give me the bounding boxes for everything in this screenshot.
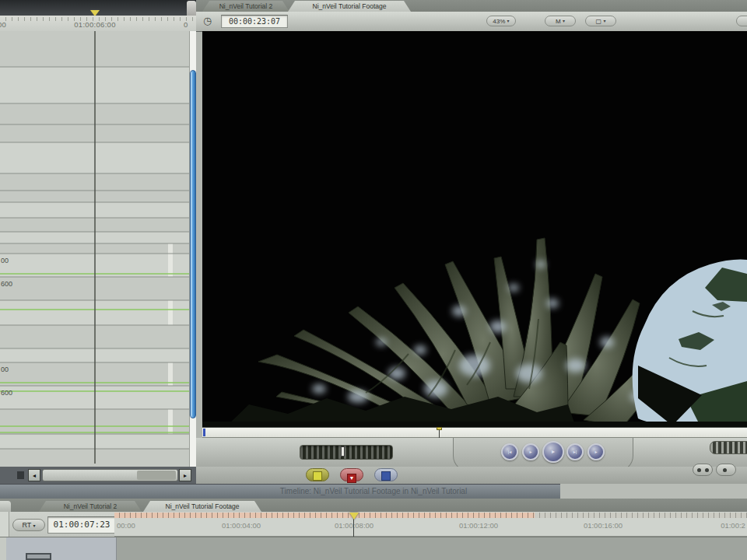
shuttle-marker[interactable] xyxy=(341,446,345,457)
timeline-playhead-marker[interactable] xyxy=(349,513,359,520)
timeline-ruler-label: 01:00:04:00 xyxy=(222,521,261,530)
viewer-ruler-label-center: 01:00:06:00 xyxy=(74,20,116,29)
keyframe-graph-area[interactable]: 0060000600 xyxy=(0,31,189,467)
timeline-ruler-label: 01:00:2 xyxy=(721,521,745,530)
canvas-tab-tutorial2[interactable]: Ni_nVeil Tutorial 2 xyxy=(202,1,289,12)
viewer-vertical-scrollbar-thumb[interactable] xyxy=(190,70,196,418)
application-window: 00 01:00:06:00 0 xyxy=(0,0,747,560)
timeline-timecode-field[interactable]: 01:00:07:23 xyxy=(47,516,116,534)
view-popup[interactable]: M ▾ xyxy=(545,16,576,26)
zoom-level-popup[interactable]: 43% ▾ xyxy=(486,16,516,26)
scroll-left-icon[interactable]: ◂ xyxy=(28,469,40,481)
timeline-window-titlebar[interactable]: Timeline: Ni_nVeil Tutorial Footage in N… xyxy=(0,484,560,499)
jog-wheel[interactable] xyxy=(710,441,747,454)
canvas-scrubber-bar[interactable] xyxy=(202,427,747,438)
scroll-right-icon[interactable]: ▸ xyxy=(179,469,191,481)
viewer-horizontal-scrollbar-notch[interactable] xyxy=(137,471,176,480)
duration-clock-icon: ◷ xyxy=(203,15,215,26)
overwrite-arrow-icon: ▼ xyxy=(347,474,356,483)
timeline-ruler-label: 00:00 xyxy=(117,521,135,530)
viewer-keyframe-panel: 00 01:00:06:00 0 xyxy=(0,0,196,484)
timeline-tab-tutorial2[interactable]: Ni_nVeil Tutorial 2 xyxy=(39,501,142,512)
shuttle-control[interactable] xyxy=(300,445,393,460)
keyframe-value-label: 00 xyxy=(1,366,9,373)
keyframe-value-label: 00 xyxy=(1,257,9,264)
canvas-tab-footage[interactable]: Ni_nVeil Tutorial Footage xyxy=(288,1,411,12)
scrubber-in-point-marker[interactable] xyxy=(203,429,205,436)
replace-icon xyxy=(381,471,391,481)
canvas-tab-bar: Ni_nVeil Tutorial 2 Ni_nVeil Tutorial Fo… xyxy=(196,0,747,12)
popup-arrow-icon: ▾ xyxy=(603,19,605,23)
timeline-tab-footage[interactable]: Ni_nVeil Tutorial Footage xyxy=(143,501,261,512)
insert-edit-button[interactable] xyxy=(306,468,329,481)
next-edit-button[interactable]: ▸| xyxy=(566,443,584,460)
play-in-to-out-button[interactable]: ▸ xyxy=(522,443,539,460)
viewer-ruler-label-right: 0 xyxy=(184,20,188,29)
render-status-bar-empty xyxy=(535,513,747,518)
canvas-toolbar: ◷ 00:00:23:07 43% ▾ M ▾ ▢ ▾ xyxy=(196,12,747,32)
insert-icon xyxy=(313,471,322,481)
keyframe-value-label: 600 xyxy=(1,389,12,397)
timeline-tab-bar: Ni_nVeil Tutorial 2 Ni_nVeil Tutorial Fo… xyxy=(0,499,747,512)
popup-arrow-icon: ▾ xyxy=(507,19,510,23)
video-frame[interactable] xyxy=(202,31,747,427)
timeline-window: Ni_nVeil Tutorial 2 Ni_nVeil Tutorial Fo… xyxy=(0,499,747,560)
clipped-popup[interactable] xyxy=(736,16,747,26)
timeline-track-edge xyxy=(0,537,6,560)
timeline-window-title: Timeline: Ni_nVeil Tutorial Footage in N… xyxy=(280,487,467,495)
timeline-ruler-label: 01:00:16:00 xyxy=(584,521,622,530)
scrubber-playhead-nub[interactable] xyxy=(437,427,442,430)
canvas-lower-bar xyxy=(196,467,747,484)
replace-edit-button[interactable] xyxy=(374,468,398,481)
timeline-track-control[interactable] xyxy=(26,553,51,560)
channel-popup[interactable]: ▢ ▾ xyxy=(585,16,616,26)
timeline-ruler-label: 01:00:08:00 xyxy=(335,521,374,530)
realtime-popup-button[interactable]: RT ▾ xyxy=(12,519,45,531)
popup-arrow-icon: ▾ xyxy=(563,19,565,23)
keyframe-graph-grid xyxy=(0,31,189,467)
loop-playback-button[interactable]: ▸ xyxy=(587,443,605,460)
timeline-tab-scroll[interactable] xyxy=(0,501,11,512)
canvas-window: Ni_nVeil Tutorial 2 Ni_nVeil Tutorial Fo… xyxy=(196,0,747,484)
mark-in-button[interactable] xyxy=(693,464,713,476)
keyframe-value-label: 600 xyxy=(1,280,12,288)
timeline-ruler-label: 01:00:12:00 xyxy=(459,521,498,530)
play-button[interactable]: ▸ xyxy=(542,441,564,463)
previous-edit-button[interactable]: |◂ xyxy=(501,443,518,460)
render-status-bar xyxy=(114,513,535,518)
popup-arrow-icon: ▾ xyxy=(33,523,36,528)
viewer-zoom-control[interactable] xyxy=(17,471,24,479)
viewer-ruler-label-left: 00 xyxy=(0,20,6,29)
timeline-track-header[interactable] xyxy=(6,537,117,560)
viewer-ruler[interactable]: 00 01:00:06:00 0 xyxy=(0,16,196,32)
viewer-scroll-top-arrow[interactable] xyxy=(187,1,196,16)
canvas-timecode-field[interactable]: 00:00:23:07 xyxy=(221,15,288,28)
mark-out-button[interactable] xyxy=(716,464,736,476)
overwrite-edit-button[interactable]: ▼ xyxy=(340,468,363,481)
